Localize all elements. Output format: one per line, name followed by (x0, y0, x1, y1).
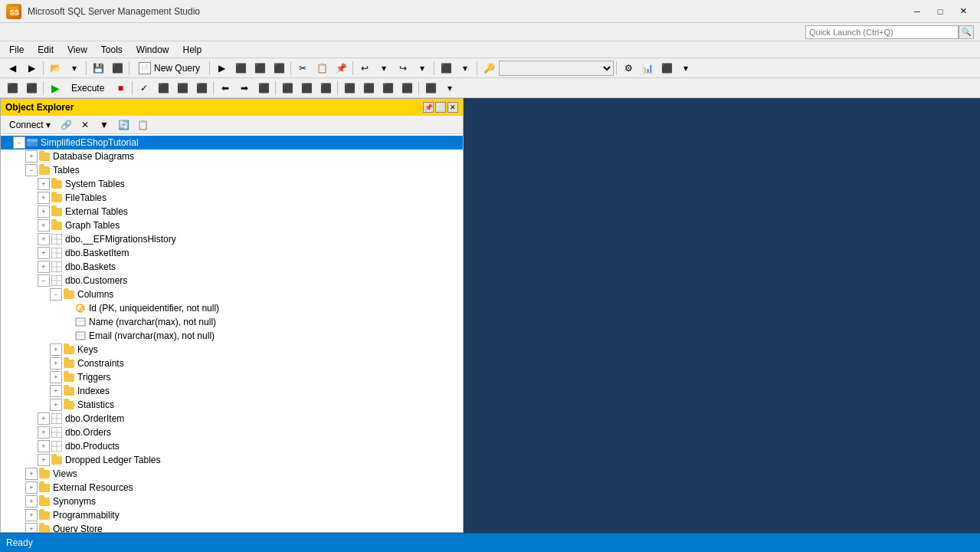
show-exec-plan[interactable]: ⬛ (192, 80, 211, 97)
oe-summary-button[interactable]: 📋 (133, 117, 152, 133)
copy-button[interactable]: 📋 (313, 60, 331, 77)
tree-columns[interactable]: − Columns (1, 288, 463, 301)
tree-indexes[interactable]: + Indexes (1, 384, 463, 398)
properties-button[interactable]: 🔑 (480, 60, 498, 77)
indent-button[interactable]: ⬅ (216, 80, 234, 97)
more-button[interactable]: ⬛ (657, 60, 676, 77)
expand-graph-tables[interactable]: + (38, 219, 50, 232)
extra4[interactable]: ⬛ (398, 80, 416, 97)
expand-dropped-ledger[interactable]: + (38, 454, 50, 466)
tree-external-tables[interactable]: + External Tables (1, 205, 463, 219)
tree-synonyms[interactable]: + Synonyms (1, 495, 463, 508)
expand-products[interactable]: + (38, 440, 50, 452)
activity-monitor-button[interactable]: 📊 (638, 60, 657, 77)
expand-system-tables[interactable]: + (38, 178, 50, 190)
oe-refresh-button[interactable]: 🔄 (114, 117, 133, 133)
quick-launch-input[interactable] (805, 25, 959, 39)
expand-basketitem[interactable]: + (38, 247, 50, 259)
expand-views[interactable]: + (25, 468, 38, 480)
save-all-button[interactable]: ⬛ (108, 60, 126, 77)
row1-btn1[interactable]: ⬛ (3, 80, 21, 97)
menu-help[interactable]: Help (177, 42, 208, 58)
extra1[interactable]: ⬛ (340, 80, 359, 97)
results-button[interactable]: ⬛ (437, 60, 455, 77)
col1[interactable]: ⬛ (278, 80, 297, 97)
redo-button[interactable]: ↪ (394, 60, 412, 77)
tree-keys[interactable]: + Keys (1, 343, 463, 356)
back-button[interactable]: ◀ (3, 60, 21, 77)
menu-file[interactable]: File (3, 42, 30, 58)
tb-btn-3[interactable]: ⬛ (251, 60, 269, 77)
menu-edit[interactable]: Edit (31, 42, 60, 58)
expand-constraints[interactable]: + (50, 357, 62, 370)
expand-external-tables[interactable]: + (38, 205, 50, 218)
query-opts-button[interactable]: ⬛ (154, 80, 172, 97)
tree-views[interactable]: + Views (1, 467, 463, 481)
unindent-button[interactable]: ➡ (235, 80, 254, 97)
tree-external-resources[interactable]: + External Resources (1, 481, 463, 495)
minimize-button[interactable]: ─ (906, 4, 928, 19)
expand-baskets[interactable]: + (38, 261, 50, 273)
collapse-tables[interactable]: − (25, 164, 38, 176)
tree-filetables[interactable]: + FileTables (1, 191, 463, 205)
tree-tables[interactable]: − Tables (1, 163, 463, 177)
expand-orders[interactable]: + (38, 426, 50, 439)
undo-dropdown[interactable]: ▾ (375, 60, 393, 77)
collapse-columns[interactable]: − (50, 288, 62, 301)
database-dropdown[interactable] (499, 61, 614, 76)
run-indicator[interactable]: ▶ (46, 80, 64, 97)
display-exec-button[interactable]: ⬛ (173, 80, 192, 97)
tree-col-email[interactable]: Email (nvarchar(max), not null) (1, 329, 463, 343)
tree-orders[interactable]: + dbo.Orders (1, 426, 463, 439)
menu-tools[interactable]: Tools (95, 42, 129, 58)
expand-query-store[interactable]: + (25, 523, 38, 532)
new-query-button[interactable]: 📄 New Query (132, 60, 207, 77)
extra-dropdown[interactable]: ▾ (441, 80, 459, 97)
expand-filetables[interactable]: + (38, 192, 50, 204)
oe-close-button[interactable]: ✕ (447, 102, 458, 113)
open-button[interactable]: 📂 (46, 60, 64, 77)
extra3[interactable]: ⬛ (379, 80, 397, 97)
oe-float-button[interactable]: ⬜ (435, 102, 446, 113)
tree-basketitem[interactable]: + dbo.BasketItem (1, 246, 463, 260)
comment-button[interactable]: ⬛ (254, 80, 273, 97)
tree-products[interactable]: + dbo.Products (1, 439, 463, 453)
col3[interactable]: ⬛ (316, 80, 335, 97)
tree-dropped-ledger[interactable]: + Dropped Ledger Tables (1, 453, 463, 467)
oe-filter-button[interactable]: 🔗 (57, 117, 75, 133)
tb-btn-1[interactable]: ▶ (212, 60, 231, 77)
tree-system-tables[interactable]: + System Tables (1, 177, 463, 191)
expand-external-resources[interactable]: + (25, 481, 38, 494)
open-dropdown[interactable]: ▾ (65, 60, 84, 77)
oe-disconnect-button[interactable]: ✕ (76, 117, 94, 133)
server-props-button[interactable]: ⚙ (619, 60, 637, 77)
expand-programmability[interactable]: + (25, 509, 38, 521)
connect-button[interactable]: Connect ▾ (4, 117, 56, 133)
col2[interactable]: ⬛ (297, 80, 316, 97)
tree-triggers[interactable]: + Triggers (1, 370, 463, 384)
tree-query-store[interactable]: + Query Store (1, 522, 463, 532)
undo-button[interactable]: ↩ (356, 60, 374, 77)
extra5[interactable]: ⬛ (421, 80, 440, 97)
tree-efmigrations[interactable]: + dbo.__EFMigrationsHistory (1, 232, 463, 246)
expand-orderitem[interactable]: + (38, 412, 50, 425)
oe-pin-button[interactable]: 📌 (423, 102, 434, 113)
paste-button[interactable]: 📌 (332, 60, 350, 77)
collapse-customers[interactable]: − (38, 274, 50, 287)
expand-keys[interactable]: + (50, 343, 62, 356)
more-dropdown[interactable]: ▾ (677, 60, 695, 77)
tree-baskets[interactable]: + dbo.Baskets (1, 260, 463, 274)
menu-window[interactable]: Window (130, 42, 175, 58)
forward-button[interactable]: ▶ (22, 60, 41, 77)
row1-btn2[interactable]: ⬛ (22, 80, 41, 97)
tree-statistics[interactable]: + Statistics (1, 398, 463, 412)
tree-database-diagrams[interactable]: + Database Diagrams (1, 150, 463, 163)
collapse-root[interactable]: − (13, 136, 25, 149)
redo-dropdown[interactable]: ▾ (413, 60, 431, 77)
tb-btn-4[interactable]: ⬛ (270, 60, 288, 77)
expand-efmigrations[interactable]: + (38, 233, 50, 245)
tree-col-name[interactable]: Name (nvarchar(max), not null) (1, 315, 463, 329)
cut-button[interactable]: ✂ (293, 60, 312, 77)
extra2[interactable]: ⬛ (359, 80, 378, 97)
quick-launch-search-button[interactable]: 🔍 (959, 25, 974, 39)
